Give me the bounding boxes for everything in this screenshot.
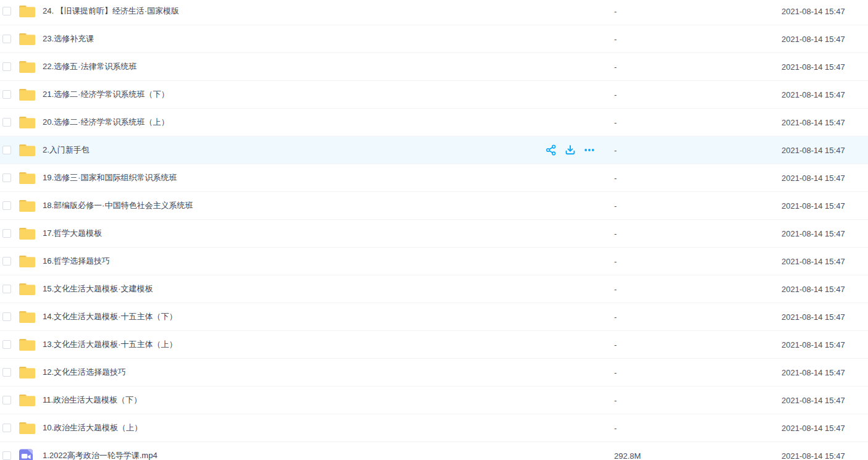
row-checkbox[interactable] <box>2 62 11 71</box>
file-name[interactable]: 12.文化生活选择题技巧 <box>43 367 541 378</box>
row-checkbox[interactable] <box>2 312 11 321</box>
folder-icon <box>19 393 35 408</box>
folder-icon <box>19 115 35 130</box>
folder-icon <box>19 421 35 435</box>
row-checkbox[interactable] <box>2 7 11 15</box>
share-icon[interactable] <box>546 144 557 156</box>
file-date: 2021-08-14 15:47 <box>782 90 868 99</box>
file-date: 2021-08-14 15:47 <box>782 7 868 16</box>
file-row[interactable]: 2.入门新手包 <box>0 136 868 164</box>
file-date: 2021-08-14 15:47 <box>782 340 868 349</box>
file-size: - <box>614 90 782 99</box>
row-checkbox[interactable] <box>2 285 11 293</box>
file-row[interactable]: 11.政治生活大题模板（下） <box>0 387 868 414</box>
file-size: - <box>614 62 782 72</box>
folder-icon <box>19 88 35 102</box>
file-list: 24. 【旧课提前听】经济生活·国家模版 <box>0 0 868 460</box>
file-name[interactable]: 1.2022高考政治一轮导学课.mp4 <box>43 450 541 460</box>
file-name[interactable]: 20.选修二·经济学常识系统班（上） <box>43 117 541 128</box>
more-actions-icon[interactable] <box>584 144 595 156</box>
file-row[interactable]: 13.文化生活大题模板·十五主体（上） <box>0 331 868 359</box>
file-size: - <box>614 7 782 16</box>
row-checkbox[interactable] <box>2 451 11 460</box>
file-date: 2021-08-14 15:47 <box>782 424 868 433</box>
file-row[interactable]: 17.哲学大题模板 <box>0 220 868 248</box>
row-checkbox[interactable] <box>2 229 11 238</box>
row-checkbox[interactable] <box>2 340 11 349</box>
file-name[interactable]: 14.文化生活大题模板·十五主体（下） <box>43 311 541 322</box>
file-date: 2021-08-14 15:47 <box>782 201 868 211</box>
file-row[interactable]: 21.选修二·经济学常识系统班（下） <box>0 81 868 109</box>
file-size: - <box>614 340 782 349</box>
file-name[interactable]: 19.选修三·国家和国际组织常识系统班 <box>43 172 541 183</box>
file-date: 2021-08-14 15:47 <box>782 146 868 155</box>
file-row[interactable]: 24. 【旧课提前听】经济生活·国家模版 <box>0 0 868 25</box>
file-name[interactable]: 16.哲学选择题技巧 <box>43 256 541 267</box>
file-row[interactable]: 22.选修五·法律常识系统班 <box>0 53 868 81</box>
file-name[interactable]: 22.选修五·法律常识系统班 <box>43 61 541 72</box>
file-row[interactable]: 18.部编版必修一·中国特色社会主义系统班 <box>0 192 868 220</box>
row-checkbox[interactable] <box>2 35 11 43</box>
file-size: - <box>614 424 782 433</box>
file-name[interactable]: 2.入门新手包 <box>43 144 541 156</box>
file-name[interactable]: 24. 【旧课提前听】经济生活·国家模版 <box>43 6 541 17</box>
folder-icon <box>19 366 35 380</box>
file-size: - <box>614 201 782 211</box>
file-size: - <box>614 35 782 44</box>
file-row[interactable]: 16.哲学选择题技巧 <box>0 248 868 275</box>
file-date: 2021-08-14 15:47 <box>782 35 868 44</box>
row-checkbox[interactable] <box>2 118 11 127</box>
file-size: - <box>614 146 782 155</box>
file-size: - <box>614 257 782 266</box>
file-date: 2021-08-14 15:47 <box>782 62 868 72</box>
file-row[interactable]: 1.2022高考政治一轮导学课.mp4 <box>0 442 868 460</box>
file-date: 2021-08-14 15:47 <box>782 229 868 238</box>
folder-icon <box>19 4 35 19</box>
folder-icon <box>19 60 35 74</box>
folder-icon <box>19 310 35 324</box>
row-checkbox[interactable] <box>2 424 11 432</box>
row-checkbox[interactable] <box>2 201 11 210</box>
file-size: - <box>614 229 782 238</box>
row-checkbox[interactable] <box>2 368 11 377</box>
file-name[interactable]: 13.文化生活大题模板·十五主体（上） <box>43 339 541 350</box>
file-name[interactable]: 18.部编版必修一·中国特色社会主义系统班 <box>43 200 541 211</box>
file-row[interactable]: 20.选修二·经济学常识系统班（上） <box>0 109 868 136</box>
file-name[interactable]: 11.政治生活大题模板（下） <box>43 395 541 406</box>
row-checkbox[interactable] <box>2 257 11 266</box>
file-date: 2021-08-14 15:47 <box>782 396 868 405</box>
file-row[interactable]: 12.文化生活选择题技巧 <box>0 359 868 387</box>
folder-icon <box>19 338 35 352</box>
file-row[interactable]: 10.政治生活大题模板（上） <box>0 414 868 442</box>
file-row[interactable]: 23.选修补充课 <box>0 25 868 53</box>
row-checkbox[interactable] <box>2 396 11 404</box>
video-file-icon <box>19 449 35 460</box>
folder-icon <box>19 254 35 269</box>
file-date: 2021-08-14 15:47 <box>782 118 868 127</box>
file-name[interactable]: 15.文化生活大题模板·文建模板 <box>43 283 541 295</box>
download-icon[interactable] <box>565 144 576 156</box>
folder-icon <box>19 143 35 157</box>
file-date: 2021-08-14 15:47 <box>782 285 868 294</box>
file-date: 2021-08-14 15:47 <box>782 312 868 322</box>
file-name[interactable]: 17.哲学大题模板 <box>43 228 541 239</box>
file-date: 2021-08-14 15:47 <box>782 174 868 183</box>
folder-icon <box>19 171 35 185</box>
folder-icon <box>19 227 35 241</box>
file-row[interactable]: 15.文化生活大题模板·文建模板 <box>0 275 868 303</box>
row-checkbox[interactable] <box>2 174 11 182</box>
file-name[interactable]: 21.选修二·经济学常识系统班（下） <box>43 89 541 100</box>
file-size: - <box>614 312 782 322</box>
file-row[interactable]: 19.选修三·国家和国际组织常识系统班 <box>0 164 868 192</box>
file-size: 292.8M <box>614 451 782 460</box>
row-actions <box>541 144 614 156</box>
row-checkbox[interactable] <box>2 90 11 99</box>
file-name[interactable]: 23.选修补充课 <box>43 33 541 44</box>
folder-icon <box>19 32 35 46</box>
folder-icon <box>19 199 35 213</box>
file-name[interactable]: 10.政治生活大题模板（上） <box>43 422 541 433</box>
file-row[interactable]: 14.文化生活大题模板·十五主体（下） <box>0 303 868 331</box>
row-checkbox[interactable] <box>2 146 11 154</box>
folder-icon <box>19 282 35 296</box>
file-size: - <box>614 285 782 294</box>
